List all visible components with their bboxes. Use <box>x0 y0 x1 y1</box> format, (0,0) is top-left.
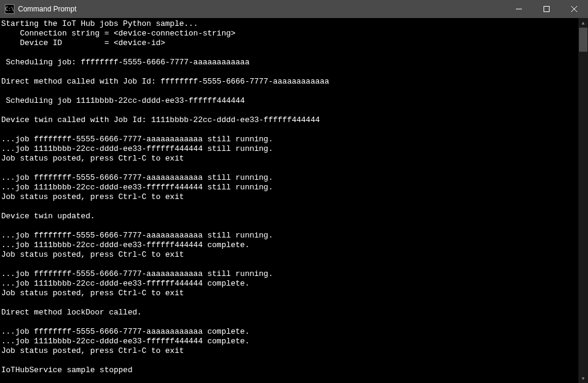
close-icon <box>571 6 577 12</box>
close-button[interactable] <box>560 0 588 18</box>
maximize-button[interactable] <box>533 0 560 18</box>
console-output: Starting the IoT Hub jobs Python sample.… <box>0 18 578 383</box>
scroll-thumb[interactable] <box>579 28 587 52</box>
svg-rect-1 <box>544 7 550 12</box>
window-title: Command Prompt <box>18 5 505 13</box>
console-area[interactable]: Starting the IoT Hub jobs Python sample.… <box>0 18 588 383</box>
scroll-up-arrow-icon[interactable]: ▲ <box>578 18 588 28</box>
titlebar[interactable]: C:\ Command Prompt <box>0 0 588 18</box>
minimize-icon <box>516 6 522 12</box>
scroll-down-arrow-icon[interactable]: ▼ <box>578 373 588 383</box>
vertical-scrollbar[interactable]: ▲ ▼ <box>578 18 588 383</box>
app-icon: C:\ <box>5 4 14 14</box>
minimize-button[interactable] <box>505 0 533 18</box>
maximize-icon <box>544 6 550 12</box>
window-controls <box>505 0 588 18</box>
